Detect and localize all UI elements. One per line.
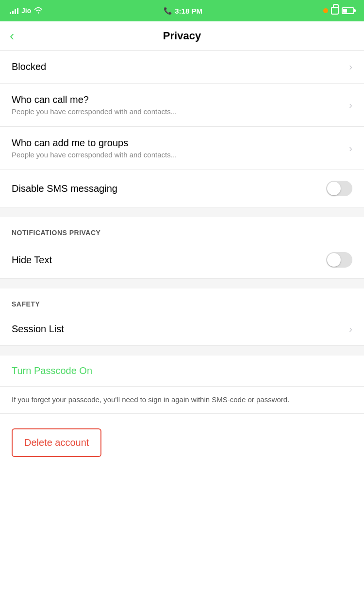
- signal-icon: [10, 7, 18, 14]
- safety-header: SAFETY: [0, 289, 364, 313]
- disable-sms-label: Disable SMS messaging: [12, 183, 117, 194]
- phone-icon: 📞: [164, 7, 172, 15]
- passcode-description: If you forget your passcode, you'll need…: [0, 387, 364, 414]
- session-list-label: Session List: [12, 323, 344, 335]
- menu-item-who-call-content: Who can call me? People you have corresp…: [12, 94, 344, 116]
- menu-item-who-add-content: Who can add me to groups People you have…: [12, 137, 344, 159]
- notifications-privacy-header: NOTIFICATIONS PRIVACY: [0, 217, 364, 241]
- menu-item-blocked[interactable]: Blocked ›: [0, 51, 364, 84]
- blocked-label: Blocked: [12, 61, 344, 72]
- session-list-content: Session List: [12, 323, 344, 335]
- chevron-icon: ›: [349, 143, 352, 154]
- chevron-icon: ›: [349, 100, 352, 111]
- hide-text-container: Hide Text: [0, 241, 364, 279]
- spacer-1: [0, 207, 364, 217]
- wifi-icon: [34, 7, 43, 14]
- spacer-3: [0, 346, 364, 356]
- recording-indicator: [323, 8, 328, 13]
- disable-sms-container: Disable SMS messaging: [0, 170, 364, 207]
- carrier-label: Jio: [21, 7, 31, 15]
- time-label: 3:18 PM: [175, 7, 202, 15]
- chevron-icon: ›: [349, 323, 352, 335]
- who-call-subtitle: People you have corresponded with and co…: [12, 107, 344, 116]
- spacer-2: [0, 279, 364, 289]
- toggle-thumb: [327, 253, 341, 267]
- toggle-thumb: [327, 182, 341, 195]
- page-title: Privacy: [163, 30, 201, 42]
- lock-icon: [331, 7, 339, 15]
- delete-account-section: Delete account: [0, 414, 364, 472]
- who-add-subtitle: People you have corresponded with and co…: [12, 151, 344, 159]
- menu-item-who-add[interactable]: Who can add me to groups People you have…: [0, 127, 364, 170]
- menu-item-who-call[interactable]: Who can call me? People you have corresp…: [0, 84, 364, 127]
- chevron-icon: ›: [349, 61, 352, 72]
- status-bar: Jio 📞 3:18 PM: [0, 0, 364, 21]
- hide-text-toggle[interactable]: [326, 252, 352, 268]
- back-button[interactable]: ‹: [10, 29, 14, 43]
- delete-account-button[interactable]: Delete account: [12, 428, 101, 457]
- turn-passcode-on-button[interactable]: Turn Passcode On: [0, 356, 364, 387]
- nav-bar: ‹ Privacy: [0, 21, 364, 51]
- menu-item-blocked-content: Blocked: [12, 61, 344, 72]
- who-call-label: Who can call me?: [12, 94, 344, 105]
- status-bar-left: Jio: [10, 7, 43, 15]
- status-bar-right: [323, 7, 354, 15]
- menu-item-session-list[interactable]: Session List ›: [0, 313, 364, 346]
- status-bar-center: 📞 3:18 PM: [164, 7, 202, 15]
- who-add-label: Who can add me to groups: [12, 137, 344, 149]
- disable-sms-toggle[interactable]: [326, 181, 352, 196]
- battery-icon: [342, 7, 354, 14]
- content: Blocked › Who can call me? People you ha…: [0, 51, 364, 472]
- battery-fill: [343, 9, 347, 13]
- hide-text-label: Hide Text: [12, 255, 52, 266]
